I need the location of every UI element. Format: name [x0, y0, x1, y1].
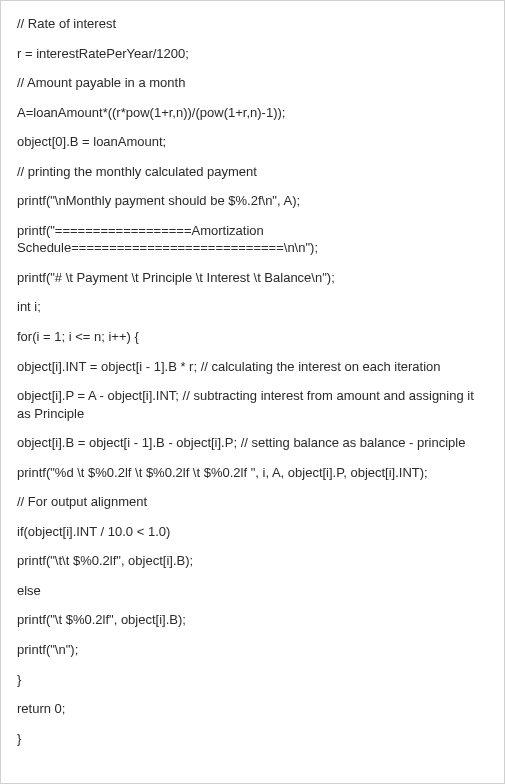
code-line: printf("\t $%0.2lf", object[i].B);	[17, 611, 488, 629]
code-line: }	[17, 671, 488, 689]
code-line: }	[17, 730, 488, 748]
code-line: A=loanAmount*((r*pow(1+r,n))/(pow(1+r,n)…	[17, 104, 488, 122]
code-line: object[i].B = object[i - 1].B - object[i…	[17, 434, 488, 452]
code-line: // For output alignment	[17, 493, 488, 511]
code-line: // Rate of interest	[17, 15, 488, 33]
code-line: printf("\t\t $%0.2lf", object[i].B);	[17, 552, 488, 570]
code-container: // Rate of interest r = interestRatePerY…	[0, 0, 505, 784]
code-line: printf("# \t Payment \t Principle \t Int…	[17, 269, 488, 287]
code-line: else	[17, 582, 488, 600]
code-line: // Amount payable in a month	[17, 74, 488, 92]
code-line: if(object[i].INT / 10.0 < 1.0)	[17, 523, 488, 541]
code-line: object[i].INT = object[i - 1].B * r; // …	[17, 358, 488, 376]
code-line: // printing the monthly calculated payme…	[17, 163, 488, 181]
code-line: for(i = 1; i <= n; i++) {	[17, 328, 488, 346]
code-line: printf("==================Amortization S…	[17, 222, 488, 257]
code-line: return 0;	[17, 700, 488, 718]
code-line: int i;	[17, 298, 488, 316]
code-line: object[i].P = A - object[i].INT; // subt…	[17, 387, 488, 422]
code-line: printf("\nMonthly payment should be $%.2…	[17, 192, 488, 210]
code-line: object[0].B = loanAmount;	[17, 133, 488, 151]
code-line: printf("%d \t $%0.2lf \t $%0.2lf \t $%0.…	[17, 464, 488, 482]
code-line: printf("\n");	[17, 641, 488, 659]
code-line: r = interestRatePerYear/1200;	[17, 45, 488, 63]
